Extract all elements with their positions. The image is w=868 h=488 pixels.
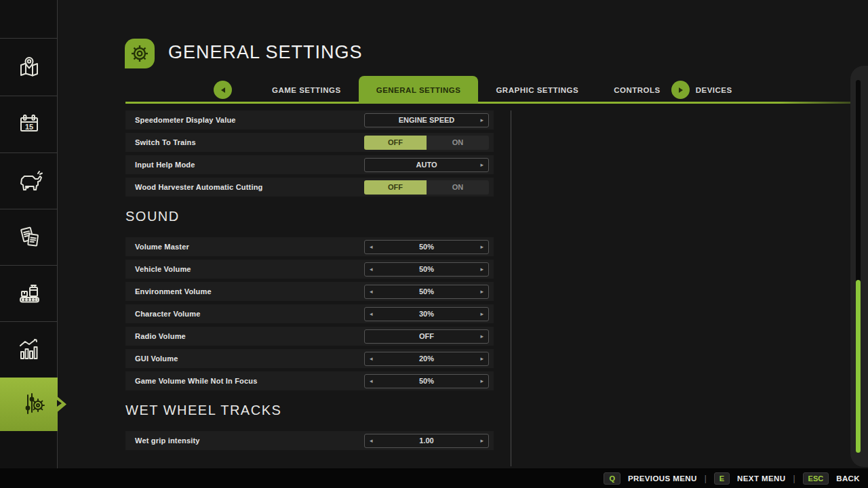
settings-row: Environment Volume◂50%▸ bbox=[125, 282, 494, 301]
svg-text:15: 15 bbox=[24, 123, 33, 131]
toggle-option-off[interactable]: OFF bbox=[364, 180, 427, 195]
selector-value: 50% bbox=[373, 265, 481, 273]
section-heading: SOUND bbox=[125, 207, 494, 225]
sidebar-item-contracts[interactable] bbox=[0, 209, 58, 264]
value-selector[interactable]: ◂ENGINE SPEED▸ bbox=[364, 113, 489, 127]
left-arrow-icon bbox=[221, 87, 225, 93]
value-selector[interactable]: ◂50%▸ bbox=[364, 240, 489, 254]
sidebar-item-production[interactable] bbox=[0, 265, 58, 321]
shortcut-label: BACK bbox=[836, 474, 860, 483]
settings-row: Volume Master◂50%▸ bbox=[125, 237, 494, 256]
tab-controls[interactable]: CONTROLS bbox=[596, 76, 678, 104]
shortcut-label: PREVIOUS MENU bbox=[628, 474, 697, 483]
increase-arrow-icon[interactable]: ▸ bbox=[480, 378, 484, 384]
key-badge-q: Q bbox=[604, 472, 620, 485]
next-tab-button[interactable] bbox=[671, 81, 690, 99]
selector-value: 50% bbox=[373, 377, 481, 385]
increase-arrow-icon[interactable]: ▸ bbox=[480, 162, 484, 168]
value-selector[interactable]: ◂50%▸ bbox=[364, 374, 489, 388]
on-off-toggle[interactable]: OFFON bbox=[364, 136, 489, 150]
settings-row: Switch To TrainsOFFON bbox=[125, 133, 494, 152]
sidebar-item-animals[interactable] bbox=[0, 152, 58, 208]
increase-arrow-icon[interactable]: ▸ bbox=[480, 266, 484, 272]
setting-label: Input Help Mode bbox=[135, 161, 195, 169]
selector-value: OFF bbox=[373, 332, 481, 340]
selector-value: AUTO bbox=[373, 161, 481, 169]
value-selector[interactable]: ◂1.00▸ bbox=[364, 434, 489, 448]
toggle-option-on[interactable]: ON bbox=[427, 136, 489, 150]
general-settings-screen: 15 bbox=[0, 0, 868, 488]
sidebar-item-top[interactable] bbox=[0, 0, 58, 37]
value-selector[interactable]: ◂AUTO▸ bbox=[364, 158, 489, 172]
on-off-toggle[interactable]: OFFON bbox=[364, 180, 489, 195]
settings-row: Radio Volume◂OFF▸ bbox=[125, 327, 494, 346]
increase-arrow-icon[interactable]: ▸ bbox=[480, 244, 484, 250]
sidebar-item-statistics[interactable] bbox=[0, 321, 58, 377]
selector-value: 1.00 bbox=[373, 436, 481, 445]
settings-row: GUI Volume◂20%▸ bbox=[125, 349, 494, 368]
toggle-option-on[interactable]: ON bbox=[427, 180, 489, 195]
settings-row: Character Volume◂30%▸ bbox=[125, 304, 494, 323]
setting-label: Wood Harvester Automatic Cutting bbox=[135, 183, 263, 191]
contracts-icon bbox=[16, 224, 43, 251]
sidebar-item-calendar[interactable]: 15 bbox=[0, 96, 58, 152]
selector-value: 20% bbox=[373, 354, 481, 363]
value-selector[interactable]: ◂50%▸ bbox=[364, 262, 489, 277]
settings-row: Input Help Mode◂AUTO▸ bbox=[125, 155, 494, 174]
column-divider bbox=[511, 110, 511, 466]
setting-label: Environment Volume bbox=[135, 287, 212, 296]
section-heading: WET WHEEL TRACKS bbox=[125, 401, 494, 419]
tab-game-settings[interactable]: GAME SETTINGS bbox=[254, 76, 359, 104]
setting-label: Character Volume bbox=[135, 310, 201, 318]
active-item-pointer-icon bbox=[57, 400, 62, 407]
tab-general-settings[interactable]: GENERAL SETTINGS bbox=[359, 76, 479, 104]
setting-label: Wet grip intensity bbox=[135, 436, 200, 445]
animals-icon bbox=[16, 167, 43, 195]
selector-value: ENGINE SPEED bbox=[373, 116, 481, 124]
shortcut-separator: | bbox=[705, 474, 707, 483]
increase-arrow-icon[interactable]: ▸ bbox=[480, 333, 484, 340]
prev-tab-button[interactable] bbox=[214, 81, 232, 99]
setting-label: Game Volume While Not In Focus bbox=[135, 377, 258, 385]
increase-arrow-icon[interactable]: ▸ bbox=[480, 438, 484, 444]
map-icon bbox=[16, 54, 43, 81]
setting-label: Vehicle Volume bbox=[135, 265, 191, 273]
tab-bar: GAME SETTINGSGENERAL SETTINGSGRAPHIC SET… bbox=[58, 76, 868, 104]
sidebar-item-map[interactable] bbox=[0, 38, 58, 95]
value-selector[interactable]: ◂OFF▸ bbox=[364, 329, 489, 344]
statistics-icon bbox=[16, 336, 43, 363]
increase-arrow-icon[interactable]: ▸ bbox=[480, 289, 484, 295]
value-selector[interactable]: ◂30%▸ bbox=[364, 307, 489, 321]
tab-graphic-settings[interactable]: GRAPHIC SETTINGS bbox=[478, 76, 596, 104]
settings-row: Vehicle Volume◂50%▸ bbox=[125, 260, 494, 279]
settings-icon bbox=[20, 391, 47, 418]
setting-label: Volume Master bbox=[135, 243, 189, 251]
selector-value: 50% bbox=[373, 287, 481, 296]
toggle-option-off[interactable]: OFF bbox=[364, 136, 427, 150]
key-badge-esc: ESC bbox=[803, 472, 829, 485]
gear-icon bbox=[125, 39, 155, 68]
selector-value: 30% bbox=[373, 310, 481, 318]
setting-label: Switch To Trains bbox=[135, 138, 196, 146]
increase-arrow-icon[interactable]: ▸ bbox=[480, 311, 484, 317]
scrollbar-panel bbox=[850, 66, 868, 467]
value-selector[interactable]: ◂20%▸ bbox=[364, 352, 489, 366]
scrollbar-thumb[interactable] bbox=[856, 280, 861, 453]
settings-row: Speedometer Display Value◂ENGINE SPEED▸ bbox=[125, 110, 494, 129]
page-title: GENERAL SETTINGS bbox=[168, 42, 363, 63]
increase-arrow-icon[interactable]: ▸ bbox=[480, 117, 484, 123]
value-selector[interactable]: ◂50%▸ bbox=[364, 285, 489, 299]
key-badge-e: E bbox=[714, 472, 730, 485]
settings-row: Wet grip intensity◂1.00▸ bbox=[125, 431, 494, 450]
shortcut-bar: QPREVIOUS MENU|ENEXT MENU|ESCBACK bbox=[0, 468, 868, 488]
setting-label: GUI Volume bbox=[135, 354, 178, 363]
scrollbar-track[interactable] bbox=[856, 80, 861, 453]
production-icon bbox=[16, 280, 43, 307]
right-arrow-icon bbox=[679, 87, 683, 93]
sidebar: 15 bbox=[0, 0, 58, 468]
increase-arrow-icon[interactable]: ▸ bbox=[480, 356, 484, 362]
selector-value: 50% bbox=[373, 243, 481, 251]
calendar-icon: 15 bbox=[16, 110, 43, 138]
settings-row: Game Volume While Not In Focus◂50%▸ bbox=[125, 371, 494, 390]
setting-label: Radio Volume bbox=[135, 332, 186, 340]
